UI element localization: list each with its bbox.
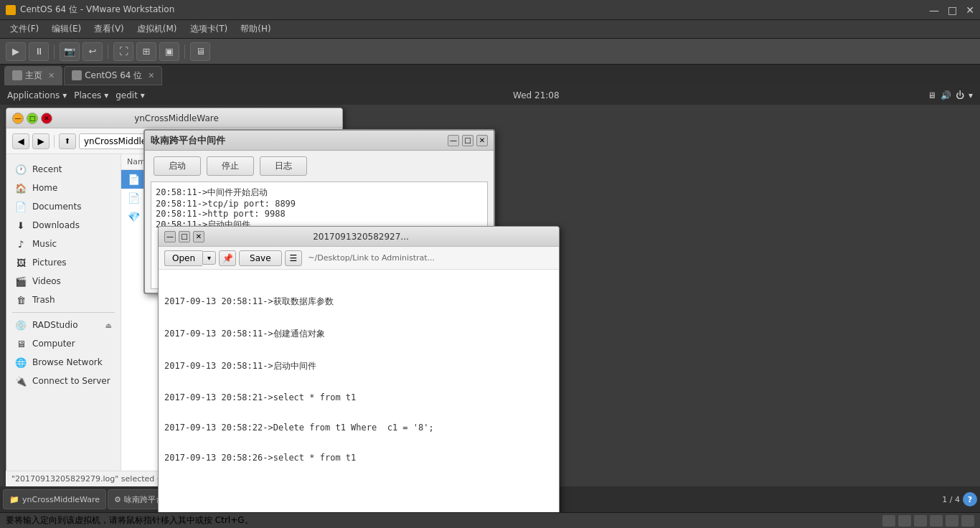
toolbar-sep-2 <box>108 44 108 59</box>
minimize-icon[interactable]: — <box>929 4 939 16</box>
gedit-open-arrow-btn[interactable]: ▾ <box>202 251 216 265</box>
videos-icon: 🎬 <box>15 275 27 287</box>
sidebar-home-label: Home <box>32 183 57 193</box>
sidebar-item-browse-network[interactable]: 🌐 Browse Network <box>6 353 121 372</box>
gedit-line-3: 2017-09-13 20:58:11->启动中间件 <box>164 360 553 372</box>
taskbar-page-indicator: 1 / 4 ? <box>942 492 977 506</box>
tab-home-label: 主页 <box>25 70 42 82</box>
tab-centos[interactable]: CentOS 64 位 ✕ <box>64 66 162 85</box>
menu-file[interactable]: 文件(F) <box>4 22 44 37</box>
gedit-maximize-btn[interactable]: □ <box>179 231 190 242</box>
gedit-open-btn[interactable]: Open <box>164 250 202 266</box>
gedit-minimize-btn[interactable]: — <box>164 231 176 242</box>
taskbar-item-filemanager[interactable]: 📁 ynCrossMiddleWare <box>3 489 106 509</box>
fm-title: ynCrossMiddleWare <box>134 113 219 123</box>
sidebar-item-downloads[interactable]: ⬇ Downloads <box>6 216 121 235</box>
toolbar-console-btn[interactable]: ▣ <box>159 42 179 61</box>
sidebar-separator <box>12 312 115 313</box>
network-icon: 🌐 <box>15 357 27 368</box>
maximize-icon[interactable]: □ <box>948 4 957 16</box>
gnome-power-icon[interactable]: ⏻ <box>956 90 964 100</box>
fm-forward-btn[interactable]: ▶ <box>32 133 50 149</box>
gnome-gedit-menu[interactable]: gedit ▾ <box>116 90 145 100</box>
mw-log-btn[interactable]: 日志 <box>260 156 307 176</box>
sidebar-item-connect-server[interactable]: 🔌 Connect to Server <box>6 372 121 390</box>
toolbar-sep-3 <box>184 44 185 59</box>
fm-back-btn[interactable]: ◀ <box>12 133 29 149</box>
menu-vm[interactable]: 虚拟机(M) <box>131 22 183 37</box>
menu-view[interactable]: 查看(V) <box>88 22 130 37</box>
fm-up-btn[interactable]: ⬆ <box>59 133 76 149</box>
toolbar-unity-btn[interactable]: ⊞ <box>136 42 156 61</box>
file-icon-2: 📄 <box>127 191 141 205</box>
toolbar-power-btn[interactable]: ▶ <box>6 42 26 61</box>
sidebar-trash-label: Trash <box>32 295 55 305</box>
vmware-status-icons <box>882 515 974 527</box>
mw-start-btn[interactable]: 启动 <box>154 156 201 176</box>
log-line-3: 20:58:11->http port: 9988 <box>156 209 483 219</box>
toolbar-snapshot-btn[interactable]: 📷 <box>60 42 80 61</box>
sidebar-browse-network-label: Browse Network <box>32 357 103 367</box>
vmware-statusbar: 要将输入定向到该虚拟机，请将鼠标指针移入其中或按 Ctrl+G。 <box>0 512 980 528</box>
menu-tabs[interactable]: 选项卡(T) <box>184 22 234 37</box>
sidebar-item-pictures[interactable]: 🖼 Pictures <box>6 253 121 272</box>
gedit-pin-btn[interactable]: 📌 <box>219 250 236 266</box>
gedit-line-5: 2017-09-13 20:58:22->Delete from t1 Wher… <box>164 423 553 433</box>
server-icon: 🔌 <box>15 375 27 387</box>
toolbar-sep-1 <box>54 44 55 59</box>
fm-maximize-btn[interactable]: □ <box>27 113 38 124</box>
tab-centos-label: CentOS 64 位 <box>85 70 142 82</box>
tab-home[interactable]: 主页 ✕ <box>4 66 62 85</box>
sidebar-item-computer[interactable]: 🖥 Computer <box>6 334 121 353</box>
menu-edit[interactable]: 编辑(E) <box>46 22 87 37</box>
trash-icon: 🗑 <box>15 294 27 306</box>
gedit-window-controls: — □ ✕ <box>164 231 204 242</box>
sidebar-recent-label: Recent <box>32 164 62 174</box>
fm-minimize-btn[interactable]: — <box>12 113 24 124</box>
mw-title-text: 咏南跨平台中间件 <box>151 134 225 147</box>
mw-minimize-btn[interactable]: — <box>448 135 459 146</box>
toolbar-pause-btn[interactable]: ⏸ <box>29 42 49 61</box>
gedit-titlebar: — □ ✕ 2017091320582927... <box>159 227 559 247</box>
taskbar-fm-icon: 📁 <box>9 495 19 504</box>
tab-bar: 主页 ✕ CentOS 64 位 ✕ <box>0 65 980 86</box>
gedit-toolbar: Open ▾ 📌 Save ☰ ~/Desktop/Link to Admini… <box>159 247 559 270</box>
mw-stop-btn[interactable]: 停止 <box>207 156 254 176</box>
tab-centos-close[interactable]: ✕ <box>148 71 154 80</box>
sidebar-videos-label: Videos <box>32 276 61 286</box>
toolbar-revert-btn[interactable]: ↩ <box>83 42 103 61</box>
gedit-menu-btn[interactable]: ☰ <box>285 250 303 266</box>
sidebar-downloads-label: Downloads <box>32 220 80 230</box>
gnome-applications-menu[interactable]: Applications ▾ <box>7 90 67 100</box>
fm-toolbar-sep <box>54 135 55 148</box>
gnome-places-menu[interactable]: Places ▾ <box>74 90 108 100</box>
tab-home-close[interactable]: ✕ <box>48 71 55 80</box>
sidebar-item-videos[interactable]: 🎬 Videos <box>6 272 121 291</box>
mw-close-btn[interactable]: ✕ <box>476 135 488 146</box>
gnome-settings-icon[interactable]: ▾ <box>969 90 973 100</box>
close-icon[interactable]: ✕ <box>966 4 974 16</box>
sidebar-radstudio-label: RADStudio <box>32 320 78 330</box>
computer-icon: 🖥 <box>15 338 27 349</box>
gedit-save-btn[interactable]: Save <box>239 250 281 266</box>
vm-printer-icon <box>961 515 974 527</box>
toolbar-display-btn[interactable]: 🖥 <box>190 42 210 61</box>
gnome-volume-icon[interactable]: 🔊 <box>941 90 951 100</box>
gedit-close-btn[interactable]: ✕ <box>193 231 204 242</box>
sidebar-item-music[interactable]: ♪ Music <box>6 235 121 253</box>
toolbar-fullscreen-btn[interactable]: ⛶ <box>113 42 133 61</box>
menu-help[interactable]: 帮助(H) <box>235 22 276 37</box>
sidebar-item-radstudio[interactable]: 💿 RADStudio ⏏ <box>6 316 121 334</box>
fm-close-btn[interactable]: ✕ <box>41 113 52 124</box>
documents-icon: 📄 <box>15 201 27 212</box>
mw-maximize-btn[interactable]: □ <box>462 135 473 146</box>
page-indicator: 1 / 4 <box>942 495 960 504</box>
centos-vm-area[interactable]: Applications ▾ Places ▾ gedit ▾ Wed 21:0… <box>0 86 980 512</box>
sidebar-item-trash[interactable]: 🗑 Trash <box>6 291 121 309</box>
gedit-content-area[interactable]: 2017-09-13 20:58:11->获取数据库参数 2017-09-13 … <box>159 270 559 512</box>
sidebar-item-home[interactable]: 🏠 Home <box>6 179 121 197</box>
sidebar-music-label: Music <box>32 239 57 249</box>
gedit-line-2: 2017-09-13 20:58:11->创建通信对象 <box>164 328 553 340</box>
sidebar-item-recent[interactable]: 🕐 Recent <box>6 160 121 179</box>
sidebar-item-documents[interactable]: 📄 Documents <box>6 197 121 216</box>
